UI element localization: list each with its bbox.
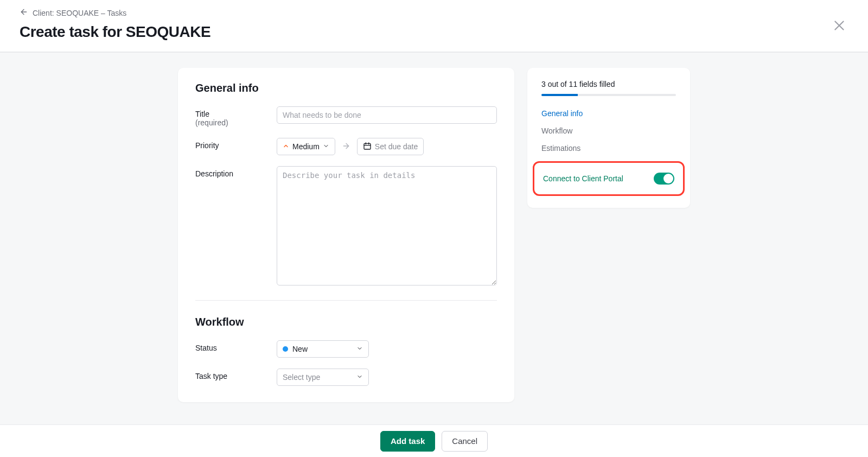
close-button[interactable] xyxy=(832,18,846,33)
side-nav-general[interactable]: General info xyxy=(541,109,676,118)
svg-rect-4 xyxy=(364,143,371,149)
arrow-left-icon xyxy=(20,8,28,18)
close-icon xyxy=(832,26,846,34)
connect-client-portal-toggle[interactable] xyxy=(654,173,674,185)
title-label: Title (required) xyxy=(195,106,277,127)
description-textarea[interactable] xyxy=(277,166,497,285)
footer-bar: Add task Cancel xyxy=(0,424,868,432)
priority-value: Medium xyxy=(292,142,320,151)
task-type-label: Task type xyxy=(195,369,277,380)
side-nav-estimations[interactable]: Estimations xyxy=(541,144,676,153)
side-panel: 3 out of 11 fields filled General info W… xyxy=(527,68,690,208)
due-date-button[interactable]: Set due date xyxy=(357,138,424,155)
title-input[interactable] xyxy=(277,106,497,124)
section-divider xyxy=(195,300,497,301)
section-title-workflow: Workflow xyxy=(195,316,497,328)
main-form-card: General info Title (required) Priority M… xyxy=(178,68,514,402)
chevron-down-icon xyxy=(356,345,363,353)
task-type-placeholder: Select type xyxy=(283,373,320,382)
page-title: Create task for SEOQUAKE xyxy=(20,23,848,41)
section-title-general: General info xyxy=(195,82,497,94)
task-type-select[interactable]: Select type xyxy=(277,369,369,386)
side-nav-workflow[interactable]: Workflow xyxy=(541,126,676,135)
status-dot-icon xyxy=(283,346,288,352)
due-date-placeholder: Set due date xyxy=(375,142,418,151)
progress-text: 3 out of 11 fields filled xyxy=(541,80,676,88)
priority-select[interactable]: Medium xyxy=(277,138,335,155)
arrow-right-icon xyxy=(342,142,350,152)
calendar-icon xyxy=(363,142,372,152)
cancel-button[interactable]: Cancel xyxy=(442,431,488,433)
status-label: Status xyxy=(195,340,277,352)
status-value: New xyxy=(292,345,308,353)
priority-label: Priority xyxy=(195,138,277,150)
priority-up-icon xyxy=(283,142,289,151)
add-task-button[interactable]: Add task xyxy=(380,431,435,433)
connect-client-portal-label: Connect to Client Portal xyxy=(543,174,623,183)
progress-fill xyxy=(541,94,578,96)
connect-client-portal-box: Connect to Client Portal xyxy=(533,161,685,196)
breadcrumb-text: Client: SEOQUAKE – Tasks xyxy=(33,9,126,17)
description-label: Description xyxy=(195,166,277,178)
toggle-knob xyxy=(663,174,673,183)
chevron-down-icon xyxy=(323,142,329,151)
chevron-down-icon xyxy=(356,373,363,382)
status-select[interactable]: New xyxy=(277,340,369,358)
breadcrumb[interactable]: Client: SEOQUAKE – Tasks xyxy=(20,8,848,18)
progress-bar xyxy=(541,94,676,96)
